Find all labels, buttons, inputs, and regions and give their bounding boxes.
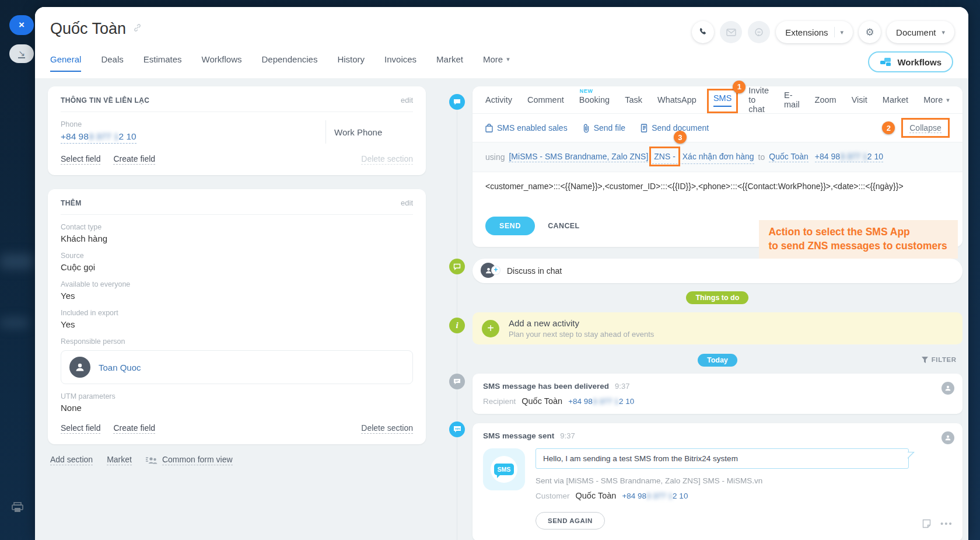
send-again-button[interactable]: SEND AGAIN bbox=[536, 512, 605, 529]
phone-link[interactable]: +84 983 377 12 10 bbox=[61, 131, 136, 144]
tl-tab-activity[interactable]: Activity bbox=[485, 95, 512, 104]
tab-general[interactable]: General bbox=[50, 54, 81, 72]
sms-template-link[interactable]: ZNS - 3 Xác nhận đơn hàng bbox=[652, 150, 754, 164]
add-section-link[interactable]: Add section bbox=[50, 455, 93, 465]
tab-estimates[interactable]: Estimates bbox=[144, 54, 182, 72]
send-file-link[interactable]: Send file bbox=[583, 123, 625, 133]
tl-tab-invite-to-chat[interactable]: Invite to chat bbox=[748, 86, 769, 114]
tab-dependencies[interactable]: Dependencies bbox=[262, 54, 318, 72]
market-link[interactable]: Market bbox=[107, 455, 132, 465]
event-time: 9:37 bbox=[615, 382, 629, 391]
timeline-tabs: Activity Comment NEW Booking Task WhatsA… bbox=[473, 86, 963, 113]
tl-tab-sms[interactable]: SMS 1 bbox=[707, 89, 738, 113]
sms-message-input[interactable]: <customer_name>:::<{{Name}}>,<customer_I… bbox=[473, 172, 963, 210]
filter-icon bbox=[922, 357, 928, 363]
tab-history[interactable]: History bbox=[337, 54, 365, 72]
responsible-person-link[interactable]: Toan Quoc bbox=[99, 363, 141, 372]
timeline-item-sent: SMS message sent 9:37 SMS Hello, I am se… bbox=[473, 423, 963, 540]
recipient-name: Quốc Toàn bbox=[522, 396, 562, 406]
tl-tab-whatsapp[interactable]: WhatsApp bbox=[657, 95, 696, 104]
divider bbox=[61, 112, 413, 112]
today-badge[interactable]: Today bbox=[698, 354, 737, 367]
filter-button[interactable]: FILTER bbox=[916, 353, 963, 366]
send-document-link[interactable]: Send document bbox=[640, 123, 709, 133]
collapse-link[interactable]: Collapse bbox=[909, 123, 941, 133]
edit-link[interactable]: edit bbox=[401, 198, 413, 207]
event-time: 9:37 bbox=[560, 431, 575, 440]
tab-market[interactable]: Market bbox=[436, 54, 463, 72]
select-field-link[interactable]: Select field bbox=[61, 423, 100, 434]
section-title: THÊM bbox=[61, 199, 82, 207]
delete-section-link[interactable]: Delete section bbox=[361, 423, 413, 434]
tab-more[interactable]: More▾ bbox=[483, 54, 510, 72]
zns-highlight-box: ZNS - 3 bbox=[649, 147, 680, 166]
discuss-in-chat-button[interactable]: + Discuss in chat bbox=[473, 259, 963, 283]
note-icon[interactable] bbox=[922, 519, 931, 528]
send-button[interactable]: SEND bbox=[485, 217, 535, 235]
create-field-link[interactable]: Create field bbox=[113, 423, 155, 434]
sms-compose-card: Activity Comment NEW Booking Task WhatsA… bbox=[473, 86, 963, 247]
tl-tab-task[interactable]: Task bbox=[625, 95, 642, 104]
tl-tab-market[interactable]: Market bbox=[883, 95, 908, 104]
call-button[interactable] bbox=[692, 21, 714, 43]
recipient-name-link[interactable]: Quốc Toàn bbox=[769, 152, 808, 162]
field-source: Source Cuộc gọi bbox=[61, 252, 413, 272]
settings-button[interactable]: ⚙ bbox=[859, 21, 881, 43]
select-field-link[interactable]: Select field bbox=[61, 154, 100, 165]
envelope-icon bbox=[726, 29, 736, 36]
tab-workflows[interactable]: Workflows bbox=[202, 54, 242, 72]
compose-rail-chat-icon bbox=[449, 94, 465, 110]
document-label: Document bbox=[896, 27, 936, 37]
new-badge: NEW bbox=[580, 88, 593, 94]
phone-icon bbox=[698, 27, 708, 37]
collapse-highlight-box: Collapse 2 bbox=[901, 118, 949, 138]
chevron-down-icon: ▾ bbox=[841, 29, 844, 36]
workflows-icon bbox=[880, 57, 891, 67]
tl-tab-booking[interactable]: NEW Booking bbox=[579, 95, 610, 104]
tl-tab-comment[interactable]: Comment bbox=[527, 95, 564, 104]
document-dropdown[interactable]: Document ▾ bbox=[887, 21, 954, 43]
add-activity-subtitle: Plan your next step to stay ahead of eve… bbox=[509, 330, 654, 339]
close-slider-button[interactable]: × bbox=[9, 15, 34, 35]
tab-invoices[interactable]: Invoices bbox=[384, 54, 416, 72]
blurred-digits: 3 377 1 bbox=[840, 152, 867, 161]
sms-enabled-sales-link[interactable]: SMS enabled sales bbox=[485, 123, 568, 133]
tl-tab-more[interactable]: More▾ bbox=[923, 95, 950, 104]
tl-tab-visit[interactable]: Visit bbox=[852, 95, 867, 104]
sms-provider-row: using [MiSMS - SMS Brandname, Zalo ZNS] … bbox=[473, 142, 963, 172]
add-activity-card[interactable]: + Add a new activity Plan your next step… bbox=[473, 312, 963, 344]
to-label: to bbox=[758, 152, 765, 162]
extensions-dropdown[interactable]: Extensions ▾ bbox=[776, 21, 853, 43]
more-actions-icon[interactable]: ••• bbox=[940, 518, 953, 528]
edit-link[interactable]: edit bbox=[401, 96, 413, 104]
callout-step-2-badge: 2 bbox=[882, 121, 895, 134]
copy-link-icon[interactable] bbox=[133, 23, 142, 34]
phone-label: Phone bbox=[61, 120, 326, 128]
delete-section-link[interactable]: Delete section bbox=[361, 154, 413, 165]
tl-tab-email[interactable]: E-mail bbox=[784, 90, 800, 109]
printer-icon[interactable] bbox=[12, 502, 23, 515]
avatar bbox=[942, 382, 954, 395]
recipient-phone-link[interactable]: +84 983 377 12 10 bbox=[568, 397, 634, 406]
minimize-icon: ↘ bbox=[18, 50, 25, 58]
contact-detail-panel: Quốc Toàn bbox=[35, 7, 968, 540]
add-activity-title: Add a new activity bbox=[509, 318, 654, 328]
common-form-view-link[interactable]: Common form view bbox=[146, 455, 233, 465]
tl-tab-zoom[interactable]: Zoom bbox=[815, 95, 836, 104]
chat-button[interactable] bbox=[748, 21, 770, 43]
tab-deals[interactable]: Deals bbox=[101, 54, 123, 72]
delivered-rail-sms-icon bbox=[449, 374, 465, 389]
minimize-slider-button[interactable]: ↘ bbox=[9, 44, 34, 63]
recipient-phone-link[interactable]: +84 983 377 12 10 bbox=[815, 152, 883, 162]
customer-phone-link[interactable]: +84 983 377 12 10 bbox=[622, 492, 688, 500]
workflows-label: Workflows bbox=[897, 57, 942, 67]
workflows-button[interactable]: Workflows bbox=[868, 51, 953, 72]
sms-provider-link[interactable]: [MiSMS - SMS Brandname, Zalo ZNS] bbox=[509, 152, 648, 162]
field-utm: UTM parameters None bbox=[61, 392, 413, 413]
create-field-link[interactable]: Create field bbox=[113, 154, 155, 165]
event-title: SMS message has been delivered bbox=[483, 382, 609, 391]
chevron-down-icon: ▾ bbox=[946, 96, 950, 104]
email-button[interactable] bbox=[720, 21, 742, 43]
contact-info-card: THÔNG TIN VỀ LIÊN LẠC edit Phone +84 983… bbox=[48, 86, 426, 175]
cancel-button[interactable]: CANCEL bbox=[548, 222, 579, 230]
